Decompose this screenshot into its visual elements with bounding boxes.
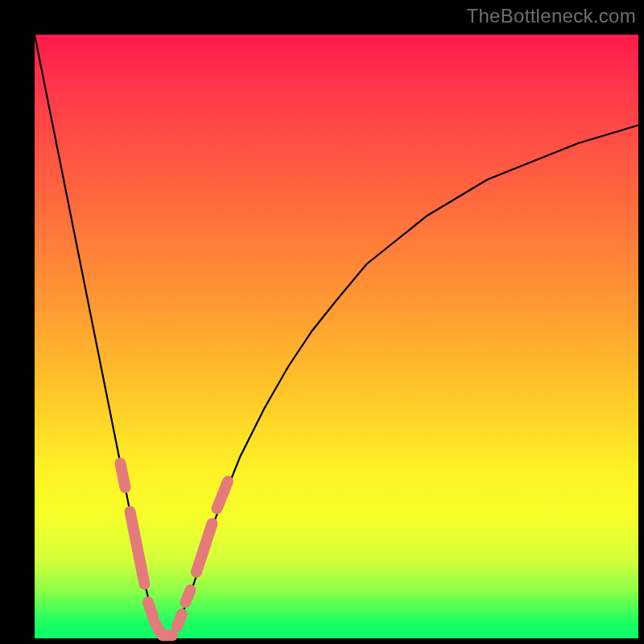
watermark-text: TheBottleneck.com — [466, 5, 636, 27]
marker-segment — [217, 481, 229, 509]
marker-segment — [177, 614, 182, 626]
marker-group — [121, 464, 229, 636]
marker-segment — [148, 602, 153, 617]
marker-segment — [196, 524, 213, 572]
chart-frame: TheBottleneck.com — [0, 0, 644, 644]
marker-segment — [186, 590, 191, 602]
marker-segment — [130, 512, 145, 584]
plot-area — [35, 35, 638, 638]
bottleneck-curve — [35, 35, 638, 638]
marker-segment — [121, 464, 126, 488]
curve-svg — [35, 35, 638, 638]
